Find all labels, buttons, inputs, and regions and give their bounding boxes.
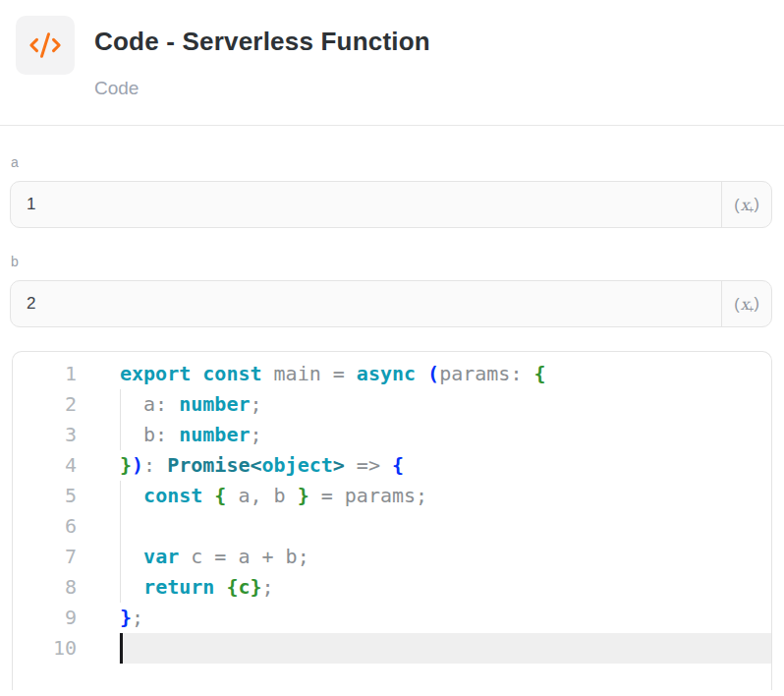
insert-variable-icon: (x xyxy=(734,196,749,214)
code-editor[interactable]: 1export const main = async (params: {2 a… xyxy=(12,351,772,690)
code-icon xyxy=(16,16,75,75)
code-line-content: }): Promise<object> => { xyxy=(120,450,404,481)
field-a: a (x+) xyxy=(10,154,772,228)
field-a-input-row: (x+) xyxy=(10,181,772,228)
code-line[interactable]: 5 const { a, b } = params; xyxy=(13,481,771,511)
line-number: 8 xyxy=(13,572,77,603)
header: Code - Serverless Function Code xyxy=(0,0,784,126)
code-line-content: const { a, b } = params; xyxy=(120,481,427,511)
line-number: 6 xyxy=(13,511,77,542)
field-b: b (x+) xyxy=(10,254,772,327)
field-b-input-row: (x+) xyxy=(10,280,772,327)
code-line[interactable]: 6 xyxy=(13,511,771,542)
code-line-content: }; xyxy=(120,603,143,633)
insert-variable-icon: (x xyxy=(734,295,749,314)
code-line[interactable]: 3 b: number; xyxy=(13,420,771,450)
line-number: 4 xyxy=(13,450,77,481)
input-fields: a (x+) b (x+) xyxy=(0,126,784,327)
field-b-label: b xyxy=(11,254,772,269)
line-number: 1 xyxy=(13,359,77,389)
code-line-content: a: number; xyxy=(120,389,262,420)
field-a-input[interactable] xyxy=(11,182,721,227)
code-line[interactable]: 2 a: number; xyxy=(13,389,771,420)
code-line[interactable]: 4}): Promise<object> => { xyxy=(13,450,771,481)
code-icon-glyph xyxy=(28,29,62,62)
insert-variable-button[interactable]: (x+) xyxy=(721,281,771,326)
code-line-content: return {c}; xyxy=(120,572,274,603)
code-line[interactable]: 9}; xyxy=(13,603,771,633)
insert-variable-button[interactable]: (x+) xyxy=(721,182,771,227)
code-line[interactable]: 1export const main = async (params: { xyxy=(13,359,771,389)
line-number: 10 xyxy=(13,633,77,664)
code-line-content: b: number; xyxy=(120,420,262,450)
code-lines: 1export const main = async (params: {2 a… xyxy=(13,359,771,664)
line-number: 2 xyxy=(13,389,77,420)
code-line[interactable]: 10 xyxy=(13,633,771,664)
line-number: 9 xyxy=(13,603,77,633)
line-number: 7 xyxy=(13,542,77,572)
text-cursor xyxy=(120,633,123,664)
field-a-label: a xyxy=(11,154,772,170)
code-line[interactable]: 8 return {c}; xyxy=(13,572,771,603)
line-number: 5 xyxy=(13,481,77,511)
page-title: Code - Serverless Function xyxy=(94,27,430,57)
code-line[interactable]: 7 var c = a + b; xyxy=(13,542,771,572)
page-subtitle: Code xyxy=(94,78,139,99)
line-number: 3 xyxy=(13,420,77,450)
field-b-input[interactable] xyxy=(11,281,721,326)
code-line-content: var c = a + b; xyxy=(120,542,309,572)
code-line-content: export const main = async (params: { xyxy=(120,359,546,389)
